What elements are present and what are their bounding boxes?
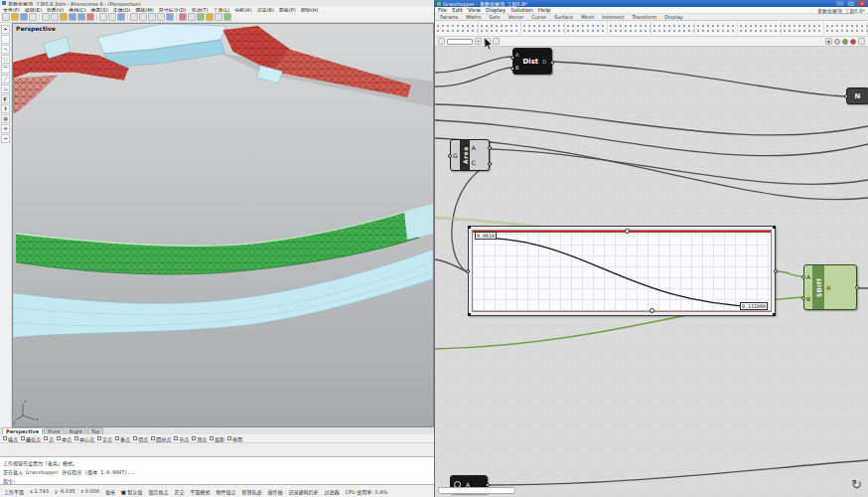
cut-icon[interactable] — [42, 13, 50, 21]
pan-icon[interactable] — [99, 13, 107, 21]
input-grip[interactable] — [801, 275, 805, 279]
command-history[interactable]: 工作视窗已设置为「着色」模式。 正在载入 Grasshopper 外挂程序 (版… — [0, 456, 434, 485]
document-icon[interactable] — [438, 38, 445, 45]
delete-icon[interactable] — [86, 13, 94, 21]
print-icon[interactable] — [29, 13, 37, 21]
move-icon[interactable] — [130, 13, 138, 21]
document-selector[interactable]: 参数化屋顶_工勘5.8* — [817, 7, 865, 14]
output-grip[interactable] — [488, 162, 492, 166]
join-icon[interactable] — [197, 13, 205, 21]
menu-item[interactable]: 编辑(E) — [25, 6, 42, 12]
input-grip[interactable] — [801, 296, 805, 300]
input-grip[interactable] — [448, 154, 452, 158]
gh-component-clipped-right[interactable]: N — [846, 87, 868, 104]
undo-icon[interactable] — [69, 13, 76, 21]
wire[interactable] — [435, 104, 868, 135]
osnap-toggle[interactable]: 四分点 — [151, 435, 171, 442]
save-icon[interactable] — [20, 13, 28, 21]
canvas-search-input[interactable] — [447, 39, 473, 45]
perspective-viewport[interactable]: Perspective — [12, 23, 434, 427]
bezier-curve[interactable] — [473, 231, 771, 311]
menu-item[interactable]: 尺寸标注(D) — [159, 6, 187, 12]
gh-component-dist[interactable]: A B Dist D — [512, 48, 552, 75]
wire[interactable] — [435, 138, 868, 200]
graph-mapper[interactable]: 0.0610 0.132000 — [468, 226, 776, 316]
rectangle-icon[interactable]: ▭ — [1, 84, 10, 93]
menu-item[interactable]: Help — [538, 7, 551, 13]
viewport-canvas[interactable]: z x y — [13, 24, 433, 426]
surface-icon[interactable]: ◧ — [1, 94, 10, 103]
graph-handle-top[interactable] — [625, 229, 630, 234]
gh-component-area[interactable]: G Area A C — [450, 139, 490, 171]
status-item[interactable]: z 0.000 — [81, 488, 100, 494]
status-item[interactable]: 记录建构历史 — [289, 488, 319, 495]
menu-item[interactable]: 分析(A) — [234, 6, 251, 12]
close-button[interactable]: ✕ — [858, 1, 866, 6]
maximize-button[interactable]: □ — [847, 1, 855, 6]
osnap-toggle[interactable]: 点 — [44, 435, 54, 442]
corner-handle[interactable] — [468, 313, 471, 316]
layer-icon[interactable] — [206, 13, 214, 21]
menu-item[interactable]: 工具(L) — [213, 6, 229, 12]
curve-icon[interactable]: ∿ — [1, 45, 10, 54]
gh-component-sdiff[interactable]: A B SDiff R — [803, 264, 857, 310]
osnap-toggle[interactable]: 最近点 — [21, 435, 41, 442]
menu-item[interactable]: 查看(V) — [47, 6, 64, 12]
menu-item[interactable]: 曲线(C) — [69, 6, 85, 12]
menu-item[interactable]: File — [438, 7, 447, 13]
osnap-toggle[interactable]: 交点 — [97, 435, 112, 442]
category-tab[interactable]: Params — [438, 14, 460, 20]
mesh-icon[interactable]: ▦ — [1, 114, 10, 123]
open-file-icon[interactable] — [11, 13, 19, 21]
osnap-toggle[interactable]: 节点 — [174, 435, 189, 442]
graph-handle-bottom[interactable] — [650, 308, 654, 313]
status-item[interactable]: CPU 使用率: 0.9% — [346, 488, 388, 495]
category-tab[interactable]: Vector — [506, 14, 525, 20]
transform-icon[interactable]: ↔ — [1, 134, 10, 143]
polyline-icon[interactable]: ╱ — [1, 75, 10, 83]
palette-group[interactable] — [521, 22, 565, 35]
sketch-icon[interactable] — [493, 38, 500, 45]
recompute-spinner-icon[interactable]: ↻ — [851, 478, 862, 491]
palette-group[interactable] — [479, 22, 522, 35]
settings-icon[interactable] — [858, 38, 865, 45]
category-tab[interactable]: Display — [662, 14, 684, 20]
category-tab[interactable]: Surface — [552, 14, 575, 20]
osnap-toggle[interactable]: 中点 — [57, 435, 72, 442]
menu-item[interactable]: View — [468, 7, 481, 13]
category-tab[interactable]: Curve — [529, 14, 548, 20]
palette-group[interactable] — [435, 22, 479, 35]
corner-handle[interactable] — [773, 226, 776, 229]
output-grip[interactable] — [486, 483, 490, 487]
status-item[interactable]: 过滤器 — [325, 488, 340, 495]
palette-group[interactable] — [738, 22, 782, 35]
status-item[interactable]: 平面模式 — [190, 488, 210, 495]
category-tab[interactable]: Transform — [630, 14, 658, 20]
rotate-icon[interactable] — [148, 13, 156, 21]
viewport-title[interactable]: Perspective — [16, 25, 56, 32]
extrude-icon[interactable]: ⬆ — [1, 104, 10, 113]
category-tab[interactable]: Sets — [488, 14, 503, 20]
menu-item[interactable]: Display — [486, 7, 506, 13]
zoom-in-icon[interactable]: + — [475, 38, 482, 45]
menu-item[interactable]: 实体(O) — [113, 6, 131, 12]
graph-mapper-plot[interactable]: 0.0610 0.132000 — [472, 230, 772, 312]
wire-selected[interactable] — [777, 271, 803, 276]
boolean-icon[interactable]: ⊕ — [1, 124, 10, 133]
osnap-toggle[interactable]: 垂点 — [115, 435, 130, 442]
select-icon[interactable]: ➤ — [1, 25, 10, 34]
camera-icon[interactable]: ◉ — [825, 38, 832, 45]
preview-shaded-icon[interactable] — [842, 39, 848, 45]
palette-group[interactable] — [651, 22, 695, 35]
palette-group[interactable] — [824, 22, 868, 35]
input-grip[interactable] — [510, 67, 514, 71]
osnap-toggle[interactable]: 切点 — [133, 435, 148, 442]
output-grip[interactable] — [774, 269, 778, 273]
menu-item[interactable]: 面板(P) — [279, 6, 296, 12]
status-item[interactable]: 正交 — [174, 488, 184, 495]
tab-top[interactable]: Top — [87, 427, 103, 434]
wire[interactable] — [435, 68, 511, 86]
preview-off-icon[interactable] — [850, 39, 856, 45]
palette-group[interactable] — [782, 22, 825, 35]
wire[interactable] — [492, 149, 868, 184]
